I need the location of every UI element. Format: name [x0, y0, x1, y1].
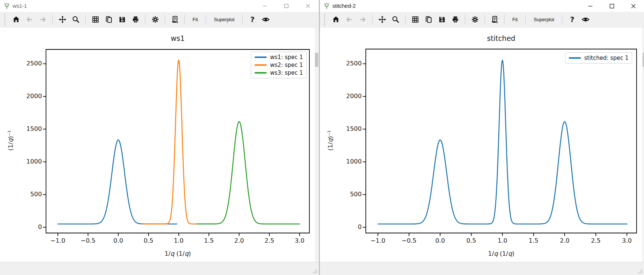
copy-icon — [105, 16, 113, 23]
x-tick-label: 0.0 — [435, 237, 445, 244]
titlebar[interactable]: ws1-1 — [0, 0, 319, 12]
titlebar[interactable]: stitched-2 — [320, 0, 644, 12]
grid-button[interactable] — [89, 13, 102, 26]
toolbar-separator — [484, 14, 485, 25]
help-button[interactable]: ? — [246, 13, 259, 26]
plot-toolbar: FitSuperplot? — [0, 12, 319, 28]
resize-grip[interactable] — [637, 268, 643, 274]
y-tick-label: 1000 — [16, 158, 42, 165]
resize-grip[interactable] — [312, 268, 318, 274]
y-tick-label: 2500 — [16, 60, 42, 67]
legend-label: ws3: spec 1 — [270, 69, 303, 76]
forward-button[interactable] — [36, 13, 49, 26]
script-button[interactable] — [168, 13, 181, 26]
y-tick-label: 1500 — [336, 125, 362, 132]
script-button[interactable] — [488, 13, 501, 26]
maximize-button[interactable] — [601, 0, 622, 12]
back-button[interactable] — [23, 13, 36, 26]
x-tick-label: 2.0 — [234, 237, 244, 244]
forward-button[interactable] — [356, 13, 369, 26]
legend[interactable]: ws1: spec 1ws2: spec 1ws3: spec 1 — [251, 52, 307, 78]
window-title: ws1-1 — [13, 3, 27, 9]
y-tick-label: 500 — [16, 191, 42, 198]
zoom-icon — [392, 16, 400, 23]
y-tick-label: 2500 — [336, 60, 362, 67]
pan-button[interactable] — [375, 13, 389, 26]
toolbar-drag-handle[interactable] — [324, 14, 326, 26]
back-button[interactable] — [342, 13, 356, 26]
y-tick-label: 2000 — [336, 93, 362, 100]
x-tick-label: 3.0 — [295, 237, 304, 244]
close-button[interactable] — [622, 0, 644, 12]
maximize-icon — [284, 4, 289, 8]
minimize-button[interactable] — [254, 0, 276, 12]
eye-button[interactable] — [579, 13, 592, 26]
pan-icon — [59, 16, 66, 23]
toolbar-separator — [184, 14, 185, 25]
close-button[interactable] — [297, 0, 319, 12]
toolbar-separator — [405, 14, 405, 25]
print-button[interactable] — [129, 13, 142, 26]
save-button[interactable] — [115, 13, 129, 26]
svg-text:?: ? — [570, 15, 574, 24]
plot-window-ws1: ws1-1 FitSuperplot? ws11/q (1/q)(1/q)⁻¹−… — [0, 0, 319, 275]
gear-button[interactable] — [468, 13, 482, 26]
toolbar-separator — [372, 14, 372, 25]
save-icon — [118, 16, 126, 23]
home-button[interactable] — [329, 13, 342, 26]
x-tick-label: −0.5 — [80, 237, 95, 244]
forward-icon — [39, 16, 47, 23]
window-title: stitched-2 — [332, 3, 356, 9]
y-tick-label: 2000 — [16, 93, 42, 100]
toolbar-separator — [465, 14, 465, 25]
x-tick-label: −1.0 — [50, 237, 65, 244]
legend[interactable]: stitched: spec 1 — [565, 52, 632, 64]
gear-button[interactable] — [148, 13, 162, 26]
grid-icon — [411, 16, 419, 23]
maximize-icon — [610, 4, 614, 9]
grid-button[interactable] — [408, 13, 422, 26]
save-button[interactable] — [435, 13, 448, 26]
scrollbar[interactable] — [315, 28, 319, 262]
toolbar-separator — [165, 14, 165, 25]
copy-button[interactable] — [102, 13, 115, 26]
toolbar-drag-handle[interactable] — [4, 14, 7, 26]
maximize-button[interactable] — [276, 0, 297, 12]
home-button[interactable] — [9, 13, 23, 26]
superplot-button[interactable]: Superplot — [529, 13, 559, 26]
scrollbar-thumb[interactable] — [315, 53, 318, 67]
minimize-button[interactable] — [579, 0, 601, 12]
copy-button[interactable] — [422, 13, 435, 26]
svg-text:?: ? — [250, 15, 254, 24]
x-tick-label: 3.0 — [622, 237, 632, 244]
x-tick-label: −1.0 — [371, 237, 385, 244]
forward-icon — [359, 16, 367, 23]
toolbar-separator — [504, 14, 505, 25]
back-icon — [345, 16, 353, 23]
home-icon — [12, 16, 20, 23]
script-icon — [171, 16, 179, 23]
eye-icon — [262, 16, 270, 23]
pan-button[interactable] — [56, 13, 69, 26]
y-tick-label: 500 — [336, 191, 362, 198]
minimize-icon — [263, 4, 267, 8]
print-button[interactable] — [448, 13, 462, 26]
mantid-icon — [323, 3, 330, 9]
toolbar-separator — [85, 14, 86, 25]
superplot-button[interactable]: Superplot — [209, 13, 239, 26]
toolbar-separator — [242, 14, 243, 25]
fit-button[interactable]: Fit — [507, 13, 522, 26]
fit-button[interactable]: Fit — [188, 13, 203, 26]
scrollbar[interactable] — [642, 28, 644, 262]
legend-label: stitched: spec 1 — [584, 55, 628, 61]
gear-icon — [151, 16, 159, 23]
zoom-icon — [72, 16, 80, 23]
scrollbar-thumb[interactable] — [643, 53, 644, 67]
legend-label: ws1: spec 1 — [270, 54, 303, 61]
legend-line-sample — [254, 64, 267, 65]
x-tick-label: 1.5 — [204, 237, 214, 244]
zoom-button[interactable] — [389, 13, 402, 26]
help-button[interactable]: ? — [565, 13, 579, 26]
zoom-button[interactable] — [69, 13, 82, 26]
eye-button[interactable] — [259, 13, 272, 26]
